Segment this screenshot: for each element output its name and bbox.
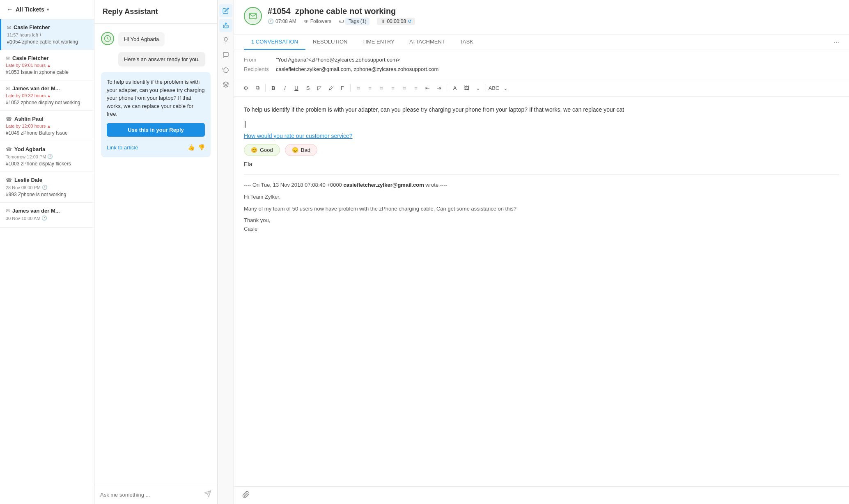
toolbar-copy-button[interactable]: ⧉ — [252, 82, 263, 93]
tab-time-entry[interactable]: TIME ENTRY — [355, 34, 402, 50]
back-arrow-icon[interactable]: ← — [7, 6, 13, 13]
ticket-subject: #1049 zPhone Battery Issue — [6, 130, 88, 136]
link-article-row: Link to article 👍 👎 — [107, 140, 205, 152]
assistant-chat: Hi Yod Agbaria Here's an answer ready fo… — [94, 24, 217, 485]
ticket-item[interactable]: ✉ Casie Fletcher Late by 09:01 hours ▲ #… — [0, 50, 94, 80]
toolbar-italic-button[interactable]: I — [280, 82, 290, 93]
toolbar-indent-button[interactable]: ⇥ — [434, 82, 444, 93]
refresh-icon[interactable]: ↺ — [408, 18, 412, 24]
good-label: Good — [260, 147, 273, 153]
cursor-line[interactable] — [244, 121, 839, 128]
ticket-contact: Casie Fletcher — [12, 55, 49, 61]
quoted-text: ---- On Tue, 13 Nov 2018 07:08:40 +0000 … — [244, 181, 839, 234]
tags-meta[interactable]: 🏷 Tags (1) — [339, 18, 369, 25]
toolbar-highlight-button[interactable]: ◸ — [314, 82, 325, 93]
dropdown-arrow-icon[interactable]: ▾ — [47, 7, 49, 12]
toolbar-underline-button[interactable]: U — [291, 82, 302, 93]
toolbar-strikethrough-button[interactable]: S — [303, 82, 313, 93]
pause-icon[interactable]: ⏸ — [380, 18, 385, 24]
toolbar-align-justify-button[interactable]: ≡ — [388, 82, 398, 93]
ticket-item[interactable]: ✉ James van der M... 30 Nov 10:00 AM 🕐 — [0, 203, 94, 228]
toolbar-image-button[interactable]: 🖼 — [461, 82, 472, 93]
ticket-item[interactable]: ✉ James van der M... Late by 09:32 hours… — [0, 80, 94, 111]
toolbar-color-button[interactable]: 🖊 — [326, 82, 336, 93]
toolbar-align-left-button[interactable]: ≡ — [353, 82, 364, 93]
toolbar-font-color-button[interactable]: A — [450, 82, 460, 93]
tab-conversation[interactable]: 1 CONVERSATION — [244, 34, 305, 50]
email-compose-area[interactable]: To help us identify if the problem is wi… — [234, 97, 849, 486]
bad-button[interactable]: 😞 Bad — [285, 144, 317, 156]
bad-label: Bad — [301, 147, 310, 153]
bot-greeting-message: Hi Yod Agbaria — [118, 32, 165, 46]
link-article-link[interactable]: Link to article — [107, 144, 138, 152]
phone-icon: ☎ — [6, 147, 12, 152]
ticket-item[interactable]: ☎ Yod Agbaria Tomorrow 12:00 PM 🕐 #1003 … — [0, 141, 94, 172]
mail-icon: ✉ — [6, 86, 10, 92]
info-icon: ℹ — [39, 32, 41, 37]
lightbulb-icon-button[interactable] — [219, 34, 232, 47]
toolbar-bold-button[interactable]: B — [268, 82, 279, 93]
toolbar-settings-button[interactable]: ⚙ — [241, 82, 251, 93]
assistant-input[interactable] — [100, 492, 201, 498]
assistant-input-row — [94, 485, 217, 504]
toolbar-divider — [265, 84, 266, 92]
good-button[interactable]: 😊 Good — [244, 144, 280, 156]
compose-bottom-toolbar — [234, 486, 849, 504]
attach-button[interactable] — [242, 491, 250, 500]
tab-attachment[interactable]: ATTACHMENT — [402, 34, 452, 50]
ready-message: Here's an answer ready for you. — [118, 52, 205, 66]
mail-icon: ✉ — [7, 25, 11, 30]
ticket-item[interactable]: ☎ Ashlin Paul Late by 12:00 hours ▲ #104… — [0, 111, 94, 141]
toolbar-align-right-button[interactable]: ≡ — [376, 82, 387, 93]
ticket-contact: James van der M... — [12, 85, 60, 92]
use-reply-button[interactable]: Use this in your Reply — [107, 123, 205, 137]
tab-more-button[interactable]: ··· — [834, 39, 839, 46]
thumbs-up-button[interactable]: 👍 — [188, 144, 195, 151]
toolbar-more-button[interactable]: ⌄ — [473, 82, 483, 93]
recipients-row: Recipients casiefletcher.zylker@gmail.co… — [244, 64, 839, 74]
ticket-time: 11:57 hours left ℹ — [7, 32, 88, 37]
satisfaction-link[interactable]: How would you rate our customer service? — [244, 133, 353, 139]
ticket-time: Late by 12:00 hours ▲ — [6, 124, 88, 128]
ticket-avatar — [244, 7, 262, 25]
toolbar-divider — [350, 84, 351, 92]
ticket-item[interactable]: ☎ Leslie Dale 28 Nov 08:00 PM 🕐 #993 Zph… — [0, 172, 94, 203]
history-icon-button[interactable] — [219, 63, 232, 76]
layers-icon-button[interactable] — [219, 78, 232, 91]
quoted-greeting: Hi Team Zylker, — [244, 193, 839, 202]
chat-icon-button[interactable] — [219, 48, 232, 62]
sidebar-header: ← All Tickets ▾ — [0, 0, 94, 19]
ticket-list: ✉ Casie Fletcher 11:57 hours left ℹ #105… — [0, 19, 94, 504]
tag-icon: 🏷 — [339, 18, 344, 24]
phone-icon: ☎ — [6, 177, 12, 183]
edit-icon-button[interactable] — [219, 4, 232, 17]
quoted-body: Many of my team of 50 users now have pro… — [244, 205, 839, 213]
editor-toolbar: ⚙ ⧉ B I U S ◸ 🖊 F ≡ ≡ ≡ ≡ ≡ ≡ ⇤ ⇥ A 🖼 ⌄ … — [234, 79, 849, 97]
ticket-item[interactable]: ✉ Casie Fletcher 11:57 hours left ℹ #105… — [0, 19, 94, 50]
toolbar-spellcheck-dropdown-button[interactable]: ⌄ — [500, 82, 511, 93]
toolbar-spellcheck-button[interactable]: ABC — [489, 82, 499, 93]
toolbar-divider — [486, 84, 486, 92]
toolbar-ordered-list-button[interactable]: ≡ — [399, 82, 410, 93]
send-button[interactable] — [204, 490, 211, 499]
timer-value: 00:00:08 — [387, 18, 406, 24]
followers-meta[interactable]: 👁 Followers — [304, 18, 331, 24]
ticket-contact: Leslie Dale — [14, 177, 42, 183]
toolbar-align-center-button[interactable]: ≡ — [365, 82, 375, 93]
ticket-id-title: #1054 zphone cable not working — [268, 7, 839, 16]
thumbs-down-button[interactable]: 👎 — [198, 144, 205, 151]
ticket-header-top: #1054 zphone cable not working 🕐 07:08 A… — [244, 7, 839, 25]
compose-text: To help us identify if the problem is wi… — [244, 105, 839, 114]
tab-resolution[interactable]: RESOLUTION — [305, 34, 355, 50]
ticket-subject: #1053 Issue in zphone cable — [6, 69, 88, 75]
reply-assistant-panel: Reply Assistant Hi Yod Agbaria Here's an… — [94, 0, 218, 504]
toolbar-font-button[interactable]: F — [337, 82, 348, 93]
toolbar-outdent-button[interactable]: ⇤ — [422, 82, 433, 93]
toolbar-unordered-list-button[interactable]: ≡ — [411, 82, 421, 93]
tab-task[interactable]: TASK — [452, 34, 481, 50]
ticket-time: Late by 09:01 hours ▲ — [6, 63, 88, 68]
robot-icon-button[interactable] — [219, 19, 232, 32]
ticket-time-value: 07:08 AM — [275, 18, 296, 24]
ticket-contact: Ashlin Paul — [14, 116, 44, 122]
clock-icon: 🕐 — [42, 185, 48, 190]
